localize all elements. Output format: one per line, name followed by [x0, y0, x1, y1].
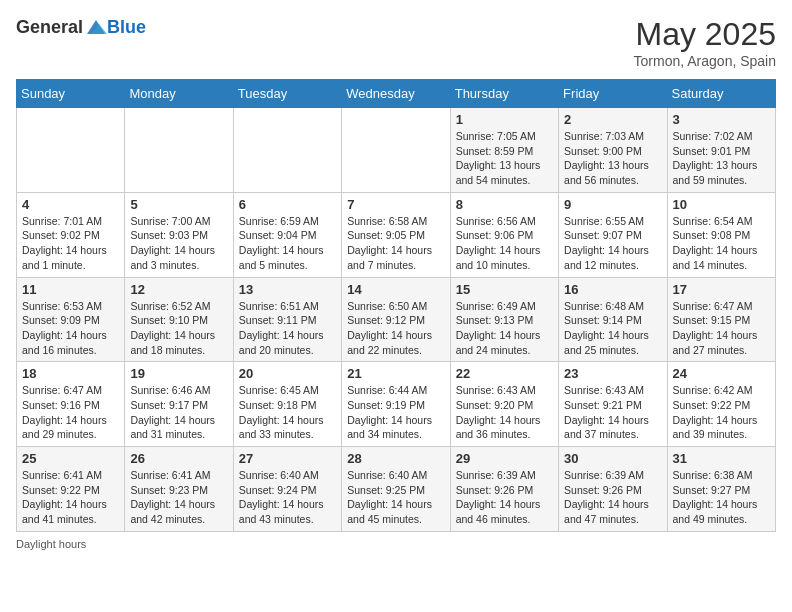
- day-number: 10: [673, 197, 770, 212]
- calendar-cell: 26Sunrise: 6:41 AM Sunset: 9:23 PM Dayli…: [125, 447, 233, 532]
- day-number: 15: [456, 282, 553, 297]
- day-number: 29: [456, 451, 553, 466]
- calendar-week-row: 4Sunrise: 7:01 AM Sunset: 9:02 PM Daylig…: [17, 192, 776, 277]
- calendar-week-row: 11Sunrise: 6:53 AM Sunset: 9:09 PM Dayli…: [17, 277, 776, 362]
- day-number: 13: [239, 282, 336, 297]
- calendar-cell: 4Sunrise: 7:01 AM Sunset: 9:02 PM Daylig…: [17, 192, 125, 277]
- calendar-cell: 23Sunrise: 6:43 AM Sunset: 9:21 PM Dayli…: [559, 362, 667, 447]
- day-info: Sunrise: 7:02 AM Sunset: 9:01 PM Dayligh…: [673, 129, 770, 188]
- calendar-cell: 21Sunrise: 6:44 AM Sunset: 9:19 PM Dayli…: [342, 362, 450, 447]
- calendar-cell: 18Sunrise: 6:47 AM Sunset: 9:16 PM Dayli…: [17, 362, 125, 447]
- day-number: 9: [564, 197, 661, 212]
- day-number: 5: [130, 197, 227, 212]
- day-info: Sunrise: 6:39 AM Sunset: 9:26 PM Dayligh…: [564, 468, 661, 527]
- calendar-cell: 5Sunrise: 7:00 AM Sunset: 9:03 PM Daylig…: [125, 192, 233, 277]
- logo-blue: Blue: [107, 17, 146, 38]
- location-subtitle: Tormon, Aragon, Spain: [634, 53, 776, 69]
- day-info: Sunrise: 7:01 AM Sunset: 9:02 PM Dayligh…: [22, 214, 119, 273]
- day-number: 16: [564, 282, 661, 297]
- day-of-week-header: Wednesday: [342, 80, 450, 108]
- calendar-cell: 7Sunrise: 6:58 AM Sunset: 9:05 PM Daylig…: [342, 192, 450, 277]
- calendar-cell: 31Sunrise: 6:38 AM Sunset: 9:27 PM Dayli…: [667, 447, 775, 532]
- day-number: 8: [456, 197, 553, 212]
- calendar-cell: 19Sunrise: 6:46 AM Sunset: 9:17 PM Dayli…: [125, 362, 233, 447]
- calendar-cell: 2Sunrise: 7:03 AM Sunset: 9:00 PM Daylig…: [559, 108, 667, 193]
- footer: Daylight hours: [16, 538, 776, 550]
- day-number: 12: [130, 282, 227, 297]
- day-info: Sunrise: 6:41 AM Sunset: 9:23 PM Dayligh…: [130, 468, 227, 527]
- calendar-cell: 8Sunrise: 6:56 AM Sunset: 9:06 PM Daylig…: [450, 192, 558, 277]
- calendar-cell: 28Sunrise: 6:40 AM Sunset: 9:25 PM Dayli…: [342, 447, 450, 532]
- calendar-cell: 24Sunrise: 6:42 AM Sunset: 9:22 PM Dayli…: [667, 362, 775, 447]
- day-number: 2: [564, 112, 661, 127]
- day-number: 11: [22, 282, 119, 297]
- day-number: 25: [22, 451, 119, 466]
- calendar-cell: [125, 108, 233, 193]
- calendar-cell: 25Sunrise: 6:41 AM Sunset: 9:22 PM Dayli…: [17, 447, 125, 532]
- day-of-week-header: Friday: [559, 80, 667, 108]
- day-info: Sunrise: 7:03 AM Sunset: 9:00 PM Dayligh…: [564, 129, 661, 188]
- calendar-cell: 16Sunrise: 6:48 AM Sunset: 9:14 PM Dayli…: [559, 277, 667, 362]
- day-number: 14: [347, 282, 444, 297]
- calendar-header-row: SundayMondayTuesdayWednesdayThursdayFrid…: [17, 80, 776, 108]
- day-number: 18: [22, 366, 119, 381]
- day-info: Sunrise: 6:53 AM Sunset: 9:09 PM Dayligh…: [22, 299, 119, 358]
- day-number: 24: [673, 366, 770, 381]
- month-title: May 2025: [634, 16, 776, 53]
- day-number: 30: [564, 451, 661, 466]
- calendar-cell: 17Sunrise: 6:47 AM Sunset: 9:15 PM Dayli…: [667, 277, 775, 362]
- day-info: Sunrise: 6:54 AM Sunset: 9:08 PM Dayligh…: [673, 214, 770, 273]
- day-info: Sunrise: 6:45 AM Sunset: 9:18 PM Dayligh…: [239, 383, 336, 442]
- day-number: 1: [456, 112, 553, 127]
- day-number: 27: [239, 451, 336, 466]
- day-info: Sunrise: 6:52 AM Sunset: 9:10 PM Dayligh…: [130, 299, 227, 358]
- day-info: Sunrise: 6:40 AM Sunset: 9:24 PM Dayligh…: [239, 468, 336, 527]
- day-info: Sunrise: 6:51 AM Sunset: 9:11 PM Dayligh…: [239, 299, 336, 358]
- day-info: Sunrise: 6:59 AM Sunset: 9:04 PM Dayligh…: [239, 214, 336, 273]
- day-info: Sunrise: 6:47 AM Sunset: 9:16 PM Dayligh…: [22, 383, 119, 442]
- day-info: Sunrise: 7:05 AM Sunset: 8:59 PM Dayligh…: [456, 129, 553, 188]
- calendar-cell: 20Sunrise: 6:45 AM Sunset: 9:18 PM Dayli…: [233, 362, 341, 447]
- day-info: Sunrise: 6:40 AM Sunset: 9:25 PM Dayligh…: [347, 468, 444, 527]
- header: General Blue May 2025 Tormon, Aragon, Sp…: [16, 16, 776, 69]
- logo: General Blue: [16, 16, 146, 38]
- day-info: Sunrise: 6:41 AM Sunset: 9:22 PM Dayligh…: [22, 468, 119, 527]
- day-info: Sunrise: 7:00 AM Sunset: 9:03 PM Dayligh…: [130, 214, 227, 273]
- day-number: 28: [347, 451, 444, 466]
- calendar-cell: [342, 108, 450, 193]
- calendar-cell: [233, 108, 341, 193]
- day-info: Sunrise: 6:47 AM Sunset: 9:15 PM Dayligh…: [673, 299, 770, 358]
- day-number: 23: [564, 366, 661, 381]
- calendar-week-row: 18Sunrise: 6:47 AM Sunset: 9:16 PM Dayli…: [17, 362, 776, 447]
- day-info: Sunrise: 6:55 AM Sunset: 9:07 PM Dayligh…: [564, 214, 661, 273]
- day-info: Sunrise: 6:38 AM Sunset: 9:27 PM Dayligh…: [673, 468, 770, 527]
- day-info: Sunrise: 6:56 AM Sunset: 9:06 PM Dayligh…: [456, 214, 553, 273]
- calendar-cell: 29Sunrise: 6:39 AM Sunset: 9:26 PM Dayli…: [450, 447, 558, 532]
- calendar-cell: 27Sunrise: 6:40 AM Sunset: 9:24 PM Dayli…: [233, 447, 341, 532]
- logo-general: General: [16, 17, 83, 38]
- calendar-week-row: 1Sunrise: 7:05 AM Sunset: 8:59 PM Daylig…: [17, 108, 776, 193]
- calendar-cell: 1Sunrise: 7:05 AM Sunset: 8:59 PM Daylig…: [450, 108, 558, 193]
- day-number: 3: [673, 112, 770, 127]
- day-of-week-header: Monday: [125, 80, 233, 108]
- calendar-cell: 13Sunrise: 6:51 AM Sunset: 9:11 PM Dayli…: [233, 277, 341, 362]
- day-number: 19: [130, 366, 227, 381]
- day-info: Sunrise: 6:43 AM Sunset: 9:20 PM Dayligh…: [456, 383, 553, 442]
- day-number: 4: [22, 197, 119, 212]
- day-info: Sunrise: 6:43 AM Sunset: 9:21 PM Dayligh…: [564, 383, 661, 442]
- calendar-cell: 12Sunrise: 6:52 AM Sunset: 9:10 PM Dayli…: [125, 277, 233, 362]
- day-number: 17: [673, 282, 770, 297]
- day-number: 20: [239, 366, 336, 381]
- day-number: 26: [130, 451, 227, 466]
- calendar-cell: 9Sunrise: 6:55 AM Sunset: 9:07 PM Daylig…: [559, 192, 667, 277]
- day-number: 7: [347, 197, 444, 212]
- calendar-cell: 11Sunrise: 6:53 AM Sunset: 9:09 PM Dayli…: [17, 277, 125, 362]
- daylight-hours-label: Daylight hours: [16, 538, 86, 550]
- day-info: Sunrise: 6:44 AM Sunset: 9:19 PM Dayligh…: [347, 383, 444, 442]
- title-block: May 2025 Tormon, Aragon, Spain: [634, 16, 776, 69]
- day-info: Sunrise: 6:42 AM Sunset: 9:22 PM Dayligh…: [673, 383, 770, 442]
- day-info: Sunrise: 6:48 AM Sunset: 9:14 PM Dayligh…: [564, 299, 661, 358]
- day-info: Sunrise: 6:49 AM Sunset: 9:13 PM Dayligh…: [456, 299, 553, 358]
- day-info: Sunrise: 6:39 AM Sunset: 9:26 PM Dayligh…: [456, 468, 553, 527]
- day-number: 22: [456, 366, 553, 381]
